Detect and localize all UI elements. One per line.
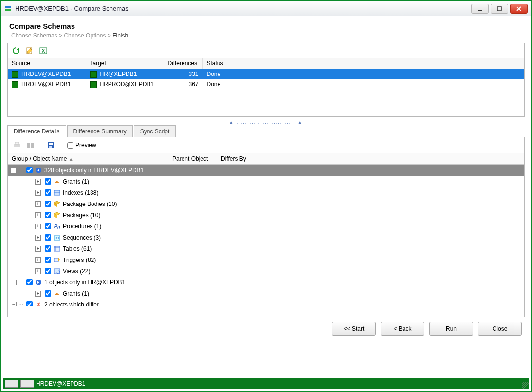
tree-header: Group / Object Name ▲ Parent Object Diff…: [8, 153, 524, 165]
col-status[interactable]: Status: [202, 58, 237, 69]
expand-icon[interactable]: +: [35, 224, 41, 229]
not-equal-icon: ≠: [35, 301, 42, 306]
expand-icon[interactable]: +: [35, 190, 41, 196]
svg-rect-24: [54, 258, 58, 262]
svg-rect-14: [49, 143, 53, 145]
maximize-button[interactable]: [491, 4, 508, 14]
arrow-left-icon: [35, 167, 42, 174]
tab-difference-details[interactable]: Difference Details: [7, 125, 66, 137]
tab-difference-summary[interactable]: Difference Summary: [67, 125, 133, 137]
collapse-icon[interactable]: −: [11, 168, 17, 173]
run-button[interactable]: Run: [429, 322, 473, 336]
tree-item-packages[interactable]: + Packages (10): [8, 209, 524, 221]
package-icon: [53, 211, 61, 219]
col-parent-object[interactable]: Parent Object: [168, 153, 217, 164]
start-button[interactable]: << Start: [332, 322, 376, 336]
expand-icon[interactable]: +: [35, 235, 41, 241]
minimize-button[interactable]: [471, 4, 489, 14]
compare-button[interactable]: [25, 140, 36, 150]
tree-body[interactable]: − ⋯ 328 objects only in HRDEV@XEPDB1 + G…: [8, 165, 524, 306]
sort-asc-icon: ▲: [69, 156, 73, 162]
comparison-toolbar: X: [8, 43, 524, 58]
collapse-icon[interactable]: −: [11, 302, 17, 306]
tab-bar: Difference Details Difference Summary Sy…: [7, 125, 525, 137]
tree-item-triggers[interactable]: + Triggers (82): [8, 254, 524, 265]
grants-icon: [53, 290, 61, 298]
expand-icon[interactable]: +: [35, 291, 41, 297]
tree-item-package-bodies[interactable]: + Package Bodies (10): [8, 198, 524, 209]
arrow-right-icon: [35, 279, 42, 286]
save-button[interactable]: [45, 140, 56, 150]
sequence-icon: 123: [53, 234, 61, 242]
col-differences[interactable]: Differences: [164, 58, 202, 69]
comparison-table: Source Target Differences Status HRDEV@X…: [8, 58, 524, 90]
svg-rect-11: [27, 143, 30, 148]
tree-group-target-only[interactable]: − ⋯ 1 objects only in HR@XEPDB1: [8, 277, 524, 288]
export-excel-button[interactable]: X: [38, 45, 49, 56]
tree-item-views[interactable]: + Views (22): [8, 265, 524, 277]
status-connection: HRDEV@XEPDB1: [36, 380, 86, 387]
breadcrumb: Choose Schemas > Choose Options > Finish: [11, 32, 525, 39]
svg-text:123: 123: [55, 237, 60, 240]
group-checkbox[interactable]: [26, 167, 33, 173]
app-icon: [4, 5, 12, 13]
details-toolbar: Preview: [8, 137, 524, 153]
tree-item-grants-b[interactable]: + Grants (1): [8, 288, 524, 299]
tree-group-differ[interactable]: − ⋯ ≠ 2 objects which differ: [8, 299, 524, 306]
step-finish: Finish: [112, 32, 128, 39]
tree-item-tables[interactable]: + Tables (61): [8, 243, 524, 254]
title-bar: HRDEV@XEPDB1 - Compare Schemas: [1, 1, 531, 16]
trigger-icon: [53, 256, 61, 264]
svg-text:≠: ≠: [37, 301, 40, 306]
collapse-icon[interactable]: −: [11, 280, 17, 285]
statusbar-button-1[interactable]: [5, 380, 18, 388]
svg-rect-12: [31, 143, 34, 148]
expand-icon[interactable]: +: [35, 257, 41, 263]
step-choose-options: Choose Options: [64, 32, 106, 39]
edit-button[interactable]: [24, 45, 35, 56]
wizard-button-row: << Start < Back Run Close: [7, 317, 525, 341]
target-swatch-icon: [90, 71, 97, 78]
table-row[interactable]: HRDEV@XEPDB1 HR@XEPDB1 331 Done: [8, 69, 524, 79]
svg-rect-1: [5, 9, 11, 11]
refresh-button[interactable]: [11, 45, 21, 56]
resize-grip[interactable]: [522, 382, 529, 389]
svg-rect-3: [497, 7, 501, 11]
preview-checkbox[interactable]: Preview: [65, 141, 96, 150]
col-source[interactable]: Source: [8, 58, 86, 69]
comparison-panel: X Source Target Differences Status HRDEV…: [7, 43, 525, 117]
tree-item-procedures[interactable]: + P() Procedures (1): [8, 221, 524, 232]
svg-rect-21: [54, 246, 60, 251]
tree-item-sequences[interactable]: + 123 Sequences (3): [8, 232, 524, 243]
svg-rect-0: [5, 6, 11, 8]
tab-content: Preview Group / Object Name ▲ Parent Obj…: [7, 137, 525, 317]
svg-rect-10: [15, 142, 19, 144]
statusbar-button-2[interactable]: [20, 380, 34, 388]
indexes-icon: [53, 189, 61, 197]
back-button[interactable]: < Back: [381, 322, 424, 336]
table-row[interactable]: HRDEV@XEPDB1 HRPROD@XEPDB1 367 Done: [8, 79, 524, 90]
view-icon: [53, 267, 61, 275]
source-swatch-icon: [12, 81, 18, 88]
expand-icon[interactable]: +: [35, 268, 41, 274]
close-button[interactable]: Close: [478, 322, 522, 336]
tree-item-grants[interactable]: + Grants (1): [8, 176, 524, 187]
step-choose-schemas: Choose Schemas: [11, 32, 57, 39]
splitter-handle[interactable]: ▲ ........................... ▲: [7, 120, 525, 125]
status-bar: HRDEV@XEPDB1: [3, 378, 529, 389]
expand-icon[interactable]: +: [35, 212, 41, 218]
col-target[interactable]: Target: [86, 58, 164, 69]
svg-rect-17: [54, 190, 60, 195]
target-swatch-icon: [90, 81, 97, 88]
tree-group-source-only[interactable]: − ⋯ 328 objects only in HRDEV@XEPDB1: [8, 165, 524, 176]
print-button[interactable]: [12, 140, 22, 150]
expand-icon[interactable]: +: [35, 201, 41, 207]
tab-sync-script[interactable]: Sync Script: [134, 125, 176, 137]
close-window-button[interactable]: [510, 4, 528, 14]
col-differs-by[interactable]: Differs By: [217, 153, 524, 164]
expand-icon[interactable]: +: [35, 246, 41, 252]
tree-item-indexes[interactable]: + Indexes (138): [8, 187, 524, 198]
expand-icon[interactable]: +: [35, 179, 41, 185]
col-group-object[interactable]: Group / Object Name ▲: [8, 153, 168, 164]
package-body-icon: [53, 200, 61, 208]
